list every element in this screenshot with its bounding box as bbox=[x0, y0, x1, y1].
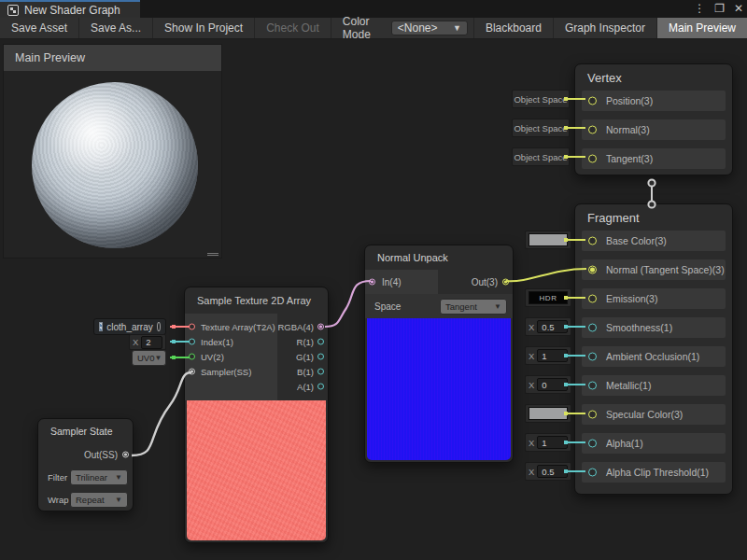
float-input[interactable]: 1 bbox=[537, 436, 568, 449]
graph-canvas[interactable]: Main Preview Vertex Position(3) Normal(3… bbox=[0, 39, 747, 560]
float-input[interactable]: 1 bbox=[537, 349, 568, 362]
port-icon-rgba[interactable] bbox=[317, 324, 324, 330]
smoothness-field[interactable]: X 0.5 bbox=[525, 317, 571, 336]
node-vertex-title: Vertex bbox=[587, 71, 622, 85]
default-object-space-position[interactable]: Object Space bbox=[512, 90, 570, 108]
emission-hdr-field[interactable]: HDR bbox=[525, 288, 571, 307]
save-as-button[interactable]: Save As... bbox=[79, 18, 153, 38]
port-icon-out3[interactable] bbox=[502, 279, 509, 286]
port-icon-smoothness[interactable] bbox=[588, 324, 597, 332]
color-swatch[interactable] bbox=[529, 233, 568, 246]
slot-base-color: Base Color(3) bbox=[582, 231, 726, 251]
node-sampler-state-titlebar[interactable]: Sampler State bbox=[38, 419, 133, 443]
main-preview-panel: Main Preview bbox=[3, 44, 222, 259]
port-icon-normal-tangent[interactable] bbox=[588, 266, 597, 274]
port-icon-b[interactable] bbox=[317, 369, 324, 375]
port-icon-alpha-clip[interactable] bbox=[588, 469, 597, 477]
slot-label: Metallic(1) bbox=[606, 380, 651, 391]
node-sampler-state-title: Sampler State bbox=[50, 426, 113, 437]
hdr-color-swatch[interactable]: HDR bbox=[529, 291, 568, 304]
save-asset-button[interactable]: Save Asset bbox=[0, 18, 79, 38]
output-r: R(1) bbox=[277, 334, 328, 349]
panel-resize-handle[interactable] bbox=[207, 253, 218, 256]
port-icon-position[interactable] bbox=[588, 97, 597, 105]
exposed-icon bbox=[157, 322, 161, 331]
slot-label: UV(2) bbox=[201, 352, 224, 362]
port-icon-alpha[interactable] bbox=[588, 440, 597, 448]
slot-label: Sampler(SS) bbox=[201, 367, 251, 377]
slot-metallic: Metallic(1) bbox=[582, 375, 726, 396]
filter-dropdown[interactable]: Trilinear ▼ bbox=[70, 469, 128, 485]
window-close-icon[interactable]: ✕ bbox=[734, 0, 743, 18]
tab-new-shader-graph[interactable]: New Shader Graph bbox=[0, 0, 140, 18]
window-maximize-icon[interactable]: ❐ bbox=[714, 0, 725, 18]
port-icon-texture-array[interactable] bbox=[189, 324, 195, 330]
float-input[interactable]: 0.5 bbox=[537, 465, 568, 478]
index-field[interactable]: X 2 bbox=[129, 334, 166, 350]
chevron-down-icon: ▼ bbox=[453, 23, 461, 33]
float-input[interactable]: 2 bbox=[141, 336, 162, 349]
port-icon-metallic[interactable] bbox=[588, 382, 597, 390]
graph-inspector-toggle-button[interactable]: Graph Inspector bbox=[553, 18, 656, 38]
port-icon-in4[interactable] bbox=[369, 279, 375, 286]
alpha-clip-threshold-field[interactable]: X 0.5 bbox=[525, 462, 571, 481]
node-sample-texture-titlebar[interactable]: Sample Texture 2D Array bbox=[185, 287, 328, 314]
port-icon-specular-color[interactable] bbox=[588, 411, 597, 419]
specular-color-field[interactable] bbox=[525, 404, 571, 423]
port-icon-uv[interactable] bbox=[189, 354, 195, 360]
space-dropdown[interactable]: Tangent ▼ bbox=[440, 299, 507, 315]
port-icon-base-color[interactable] bbox=[588, 237, 597, 245]
ambient-occlusion-field[interactable]: X 1 bbox=[525, 346, 571, 365]
float-input[interactable]: 0.5 bbox=[537, 320, 568, 333]
slot-label: Base Color(3) bbox=[606, 235, 667, 246]
default-object-space-normal[interactable]: Object Space bbox=[512, 119, 570, 137]
x-axis-label: X bbox=[529, 380, 534, 390]
property-pill-cloth-array[interactable]: cloth_array bbox=[93, 318, 166, 335]
slot-label: Out(SS) bbox=[84, 450, 118, 460]
show-in-project-button[interactable]: Show In Project bbox=[153, 18, 255, 38]
x-axis-label: X bbox=[529, 322, 534, 332]
input-sampler: Sampler(SS) bbox=[185, 364, 277, 379]
float-input[interactable]: 0 bbox=[537, 378, 568, 391]
output-a: A(1) bbox=[277, 379, 328, 394]
slot-label: Normal (Tangent Space)(3) bbox=[606, 264, 725, 275]
port-icon-emission[interactable] bbox=[588, 295, 597, 303]
uv-channel-dropdown[interactable]: UV0 ▼ bbox=[132, 350, 166, 366]
port-icon-g[interactable] bbox=[317, 354, 324, 360]
main-preview-header[interactable]: Main Preview bbox=[4, 45, 221, 71]
chevron-down-icon: ▼ bbox=[115, 496, 122, 504]
wrap-dropdown[interactable]: Repeat ▼ bbox=[70, 492, 128, 508]
base-color-field[interactable] bbox=[525, 231, 571, 249]
alpha-field[interactable]: X 1 bbox=[525, 433, 571, 452]
space-value: Tangent bbox=[445, 301, 477, 312]
port-icon-tangent[interactable] bbox=[588, 155, 597, 163]
color-swatch[interactable] bbox=[529, 407, 568, 420]
output-out-ss: Out(SS) bbox=[38, 443, 133, 466]
x-axis-label: X bbox=[529, 467, 534, 477]
main-preview-toggle-button[interactable]: Main Preview bbox=[656, 18, 747, 38]
color-mode-dropdown[interactable]: <None> ▼ bbox=[391, 21, 468, 35]
default-object-space-tangent[interactable]: Object Space bbox=[512, 147, 570, 166]
window-menu-icon[interactable]: ⋮ bbox=[694, 0, 705, 18]
slot-label: Ambient Occlusion(1) bbox=[606, 351, 699, 362]
chevron-down-icon: ▼ bbox=[154, 354, 162, 362]
metallic-field[interactable]: X 0 bbox=[525, 375, 571, 394]
port-icon-index[interactable] bbox=[189, 339, 195, 345]
port-icon-normal[interactable] bbox=[588, 126, 597, 134]
port-icon-out-ss[interactable] bbox=[122, 452, 129, 458]
blackboard-toggle-button[interactable]: Blackboard bbox=[473, 18, 553, 38]
node-fragment-titlebar[interactable]: Fragment bbox=[575, 204, 732, 231]
port-icon-ambient-occlusion[interactable] bbox=[588, 353, 597, 361]
port-icon-r[interactable] bbox=[317, 339, 324, 345]
output-b: B(1) bbox=[277, 364, 328, 379]
chevron-down-icon: ▼ bbox=[115, 473, 122, 482]
node-sampler-state: Sampler State Out(SS) Filter Trilinear ▼… bbox=[37, 418, 134, 511]
node-vertex-titlebar[interactable]: Vertex bbox=[575, 64, 732, 91]
node-normal-unpack-titlebar[interactable]: Normal Unpack bbox=[365, 245, 513, 270]
port-icon-sampler[interactable] bbox=[189, 369, 195, 375]
output-g: G(1) bbox=[277, 349, 328, 364]
node-fragment: Fragment Base Color(3) Normal (Tangent S… bbox=[574, 203, 733, 495]
filter-label: Filter bbox=[48, 472, 67, 483]
main-preview-viewport[interactable] bbox=[4, 71, 221, 258]
port-icon-a[interactable] bbox=[317, 384, 324, 390]
